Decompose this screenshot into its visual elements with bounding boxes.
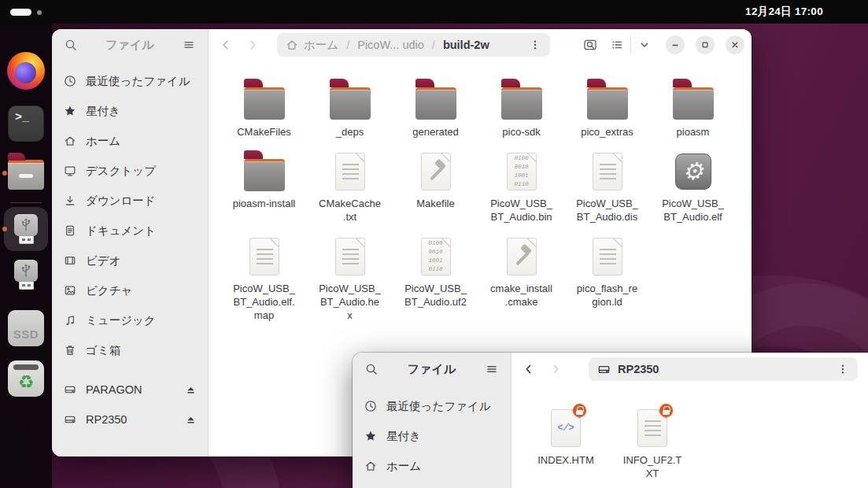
file-item[interactable]: _deps bbox=[307, 79, 393, 139]
sidebar-item-trash[interactable]: ゴミ箱 bbox=[52, 335, 208, 365]
device-label: RP2350 bbox=[86, 413, 172, 426]
path-menu-button[interactable] bbox=[837, 363, 849, 375]
file-item[interactable]: pico_extras bbox=[564, 79, 650, 139]
sidebar-item-starred[interactable]: 星付き bbox=[353, 421, 511, 451]
sidebar-item-label: 星付き bbox=[386, 429, 503, 444]
file-name: pioasm bbox=[662, 125, 725, 139]
file-icon bbox=[671, 79, 715, 121]
crumb-separator: / bbox=[344, 39, 352, 51]
file-name: pico_flash_region.ld bbox=[576, 282, 639, 309]
file-icon bbox=[585, 79, 630, 121]
file-item[interactable]: PicoW_USB_BT_Audio.uf2 bbox=[393, 235, 478, 322]
file-name: Makefile bbox=[404, 197, 467, 210]
dock-item-files[interactable] bbox=[0, 156, 52, 190]
workspace-indicator-pill[interactable] bbox=[10, 9, 31, 16]
file-name: PicoW_USB_BT_Audio.hex bbox=[319, 282, 382, 322]
files-icon bbox=[8, 160, 44, 190]
sidebar: ファイル 最近使ったファイル 星付き ホーム bbox=[52, 29, 209, 457]
list-view-button[interactable] bbox=[607, 35, 627, 55]
workspace-indicator-dot[interactable] bbox=[37, 10, 42, 15]
search-button[interactable] bbox=[360, 358, 382, 380]
minimize-button[interactable] bbox=[666, 35, 685, 54]
sidebar-item-label: 最近使ったファイル bbox=[86, 74, 200, 89]
dock-item-usb-drive-2[interactable] bbox=[0, 260, 52, 290]
sidebar-item-recent[interactable]: 最近使ったファイル bbox=[353, 391, 511, 421]
terminal-icon: >_ bbox=[8, 105, 44, 142]
eject-button[interactable] bbox=[181, 410, 200, 429]
sidebar-item-home[interactable]: ホーム bbox=[353, 451, 511, 481]
back-button[interactable] bbox=[216, 35, 236, 55]
file-item[interactable]: PicoW_USB_BT_Audio.bin bbox=[478, 150, 564, 224]
file-icon bbox=[500, 235, 544, 278]
sidebar-item-desktop[interactable]: デスクトップ bbox=[52, 156, 208, 186]
back-button[interactable] bbox=[519, 359, 539, 379]
file-item[interactable]: PicoW_USB_BT_Audio.dis bbox=[564, 150, 650, 224]
sidebar-item-music[interactable]: ミュージック bbox=[52, 305, 208, 335]
dock-item-trash[interactable] bbox=[0, 360, 52, 397]
crumb-current[interactable]: build-2w bbox=[443, 39, 489, 51]
file-item[interactable]: Makefile bbox=[393, 150, 478, 224]
sidebar-item-pictures[interactable]: ピクチャ bbox=[52, 275, 208, 305]
dock: >_ SSD bbox=[0, 24, 52, 488]
file-item[interactable]: INFO_UF2.TXT bbox=[610, 407, 696, 480]
sidebar-item-downloads[interactable]: ダウンロード bbox=[52, 186, 208, 216]
file-item[interactable]: generated bbox=[393, 79, 478, 139]
sidebar-item-device-rp2350[interactable]: RP2350 bbox=[52, 405, 208, 434]
file-item[interactable]: INDEX.HTM bbox=[523, 407, 609, 480]
close-button[interactable] bbox=[726, 35, 744, 54]
dock-item-usb-drive-1[interactable] bbox=[0, 207, 52, 251]
device-label: PARAGON bbox=[86, 383, 172, 396]
dock-separator bbox=[10, 202, 42, 203]
file-item[interactable]: PicoW_USB_BT_Audio.hex bbox=[307, 235, 393, 322]
clock[interactable]: 12月24日 17:00 bbox=[745, 0, 823, 24]
search-folder-button[interactable] bbox=[580, 35, 600, 55]
sidebar-item-home[interactable]: ホーム bbox=[52, 126, 208, 156]
sidebar-item-label: ホーム bbox=[386, 459, 503, 474]
dock-item-terminal[interactable]: >_ bbox=[0, 105, 52, 142]
trash-icon bbox=[8, 360, 44, 397]
location-label[interactable]: RP2350 bbox=[618, 363, 659, 375]
breadcrumb-pathbar[interactable]: ホーム / PicoW... udio / build-2w bbox=[277, 33, 550, 57]
file-icon bbox=[585, 235, 630, 278]
sidebar-item-starred[interactable]: 星付き bbox=[52, 96, 208, 126]
sidebar-item-label: ミュージック bbox=[86, 313, 200, 328]
file-item[interactable]: PicoW_USB_BT_Audio.elf bbox=[650, 150, 736, 224]
view-options-button[interactable] bbox=[634, 35, 655, 55]
forward-button[interactable] bbox=[242, 35, 263, 55]
sidebar-item-label: 星付き bbox=[86, 104, 200, 119]
search-button[interactable] bbox=[60, 34, 82, 56]
sidebar-item-documents[interactable]: ドキュメント bbox=[52, 216, 208, 246]
file-grid: INDEX.HTM INFO_UF2.TXT bbox=[512, 386, 868, 480]
firefox-icon bbox=[7, 52, 45, 90]
file-item[interactable]: pico_flash_region.ld bbox=[564, 235, 650, 322]
crumb-parent[interactable]: PicoW... udio bbox=[357, 39, 424, 51]
file-item[interactable]: pioasm-install bbox=[221, 150, 307, 224]
file-item[interactable]: CMakeFiles bbox=[221, 79, 307, 139]
crumb-home[interactable]: ホーム bbox=[304, 38, 338, 53]
maximize-button[interactable] bbox=[696, 35, 715, 54]
menu-button[interactable] bbox=[178, 34, 200, 56]
file-name: generated bbox=[404, 125, 467, 139]
sidebar-item-recent[interactable]: 最近使ったファイル bbox=[52, 66, 208, 96]
dock-item-firefox[interactable] bbox=[0, 52, 52, 90]
file-name: INFO_UF2.TXT bbox=[621, 453, 684, 480]
file-item[interactable]: cmake_install.cmake bbox=[478, 235, 564, 322]
file-icon bbox=[544, 407, 588, 449]
file-item[interactable]: pico-sdk bbox=[478, 79, 564, 139]
dock-item-ssd[interactable]: SSD bbox=[0, 310, 52, 346]
path-menu-button[interactable] bbox=[529, 39, 541, 51]
file-item[interactable]: CMakeCache.txt bbox=[307, 150, 393, 224]
file-item[interactable]: PicoW_USB_BT_Audio.elf.map bbox=[221, 235, 307, 322]
eject-button[interactable] bbox=[181, 380, 200, 399]
file-icon bbox=[585, 150, 630, 193]
location-pathbar[interactable]: RP2350 bbox=[589, 357, 858, 381]
sidebar-item-other-locations[interactable]: 他の場所 bbox=[52, 447, 208, 457]
header-bar: RP2350 bbox=[512, 353, 868, 386]
forward-button[interactable] bbox=[545, 359, 566, 379]
usb-drive-icon bbox=[14, 214, 38, 244]
file-item[interactable]: pioasm bbox=[650, 79, 736, 139]
app-title: ファイル bbox=[382, 362, 481, 377]
sidebar-item-videos[interactable]: ビデオ bbox=[52, 246, 208, 275]
menu-button[interactable] bbox=[481, 358, 503, 380]
sidebar-item-device-paragon[interactable]: PARAGON bbox=[52, 375, 208, 405]
